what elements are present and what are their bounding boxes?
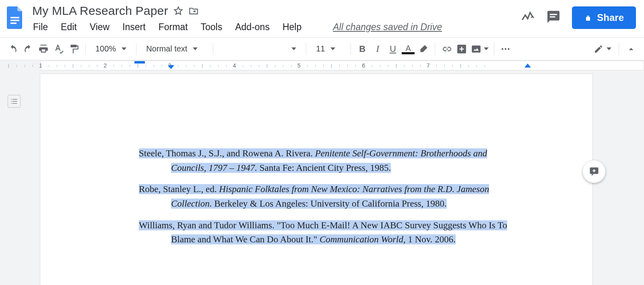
svg-point-8: [505, 48, 506, 49]
font-size-value: 11: [316, 44, 325, 53]
document-stage: Steele, Thomas J., S.J., and Rowena A. R…: [0, 71, 644, 285]
zoom-value: 100%: [95, 44, 116, 53]
text-color-button[interactable]: A: [401, 42, 415, 56]
move-to-folder-icon[interactable]: [188, 6, 199, 16]
add-comment-button[interactable]: [454, 42, 469, 56]
undo-button[interactable]: [6, 42, 20, 56]
caret-icon: [607, 47, 611, 50]
style-value: Normal text: [146, 44, 187, 53]
menu-format[interactable]: Format: [159, 22, 188, 33]
image-button[interactable]: [470, 42, 490, 56]
editing-mode-button[interactable]: [591, 42, 614, 56]
menu-help[interactable]: Help: [283, 22, 301, 33]
print-button[interactable]: [36, 42, 51, 56]
font-combo[interactable]: [217, 47, 302, 50]
paint-format-button[interactable]: [67, 42, 81, 56]
link-button[interactable]: [439, 42, 454, 56]
menu-insert[interactable]: Insert: [122, 22, 146, 33]
star-icon[interactable]: [173, 6, 184, 16]
spellcheck-button[interactable]: [52, 42, 66, 56]
menu-view[interactable]: View: [90, 22, 109, 33]
comments-icon[interactable]: [546, 10, 561, 26]
svg-rect-6: [472, 45, 481, 52]
bold-button[interactable]: B: [355, 42, 369, 56]
caret-icon: [330, 47, 335, 50]
title-column: My MLA Research Paper File Edit View Ins…: [32, 2, 442, 33]
zoom-combo[interactable]: 100%: [90, 44, 132, 53]
svg-point-7: [502, 48, 503, 49]
caret-icon: [484, 47, 489, 50]
page[interactable]: Steele, Thomas J., S.J., and Rowena A. R…: [40, 74, 592, 285]
menu-edit[interactable]: Edit: [61, 22, 77, 33]
svg-rect-3: [550, 14, 557, 15]
menu-bar: File Edit View Insert Format Tools Add-o…: [32, 18, 442, 33]
caret-icon: [291, 47, 296, 50]
svg-rect-0: [10, 17, 19, 18]
caret-icon: [122, 47, 126, 50]
svg-point-9: [508, 48, 510, 49]
activity-icon[interactable]: [520, 10, 535, 26]
add-comment-fab[interactable]: [583, 160, 605, 183]
underline-button[interactable]: U: [386, 42, 400, 56]
title-bar: My MLA Research Paper File Edit View Ins…: [0, 0, 644, 38]
collapse-toolbar-button[interactable]: [624, 42, 638, 56]
share-button-label: Share: [597, 12, 624, 23]
caret-icon: [193, 47, 198, 50]
svg-rect-2: [10, 23, 17, 24]
outline-toggle-button[interactable]: [8, 95, 21, 108]
svg-rect-1: [10, 20, 19, 21]
italic-button[interactable]: I: [370, 42, 385, 56]
highlight-button[interactable]: [416, 42, 431, 56]
font-size-combo[interactable]: 11: [310, 44, 347, 53]
doc-title[interactable]: My MLA Research Paper: [32, 4, 168, 18]
redo-button[interactable]: [21, 42, 35, 56]
svg-rect-4: [550, 16, 555, 18]
document-content[interactable]: Steele, Thomas J., S.J., and Rowena A. R…: [40, 146, 592, 247]
menu-addons[interactable]: Add-ons: [235, 22, 270, 33]
ruler[interactable]: 1234567: [40, 61, 644, 70]
toolbar: 100% Normal text 11 B I U A: [0, 38, 644, 60]
ruler-area: 1234567: [0, 60, 644, 71]
menu-file[interactable]: File: [33, 22, 48, 33]
save-status[interactable]: All changes saved in Drive: [333, 22, 442, 33]
menu-tools[interactable]: Tools: [201, 22, 223, 33]
docs-logo-icon[interactable]: [6, 5, 25, 31]
style-combo[interactable]: Normal text: [140, 44, 209, 53]
share-button[interactable]: Share: [572, 6, 636, 29]
more-button[interactable]: [498, 42, 513, 56]
